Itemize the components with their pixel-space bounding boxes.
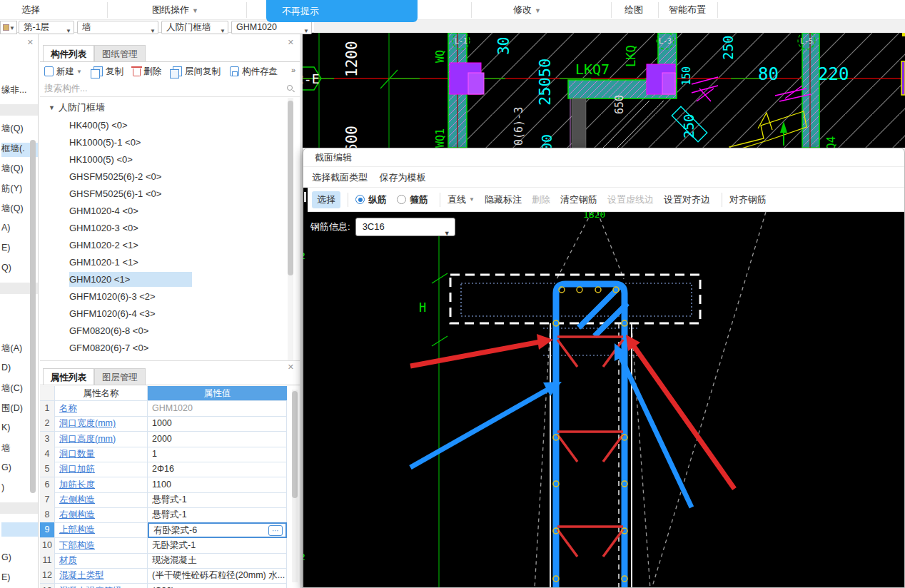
property-row[interactable]: 2洞口宽度(mm)1000 xyxy=(40,416,300,432)
new-button[interactable]: 新建▼ xyxy=(44,66,82,78)
property-value[interactable]: 2000 xyxy=(148,432,287,447)
property-value[interactable]: 有卧梁式-6⋯ xyxy=(148,522,287,538)
component-list-item[interactable]: GHM1020-3 <0> xyxy=(69,220,192,235)
property-scrollbar[interactable] xyxy=(292,390,298,582)
property-row[interactable]: 12混凝土类型(半干硬性砼砾石粒径(20mm) 水... xyxy=(40,568,300,584)
radio-longitudinal-rebar[interactable]: 纵筋 xyxy=(355,193,387,206)
left-nav-item[interactable]: 墙(Q) xyxy=(1,203,24,217)
property-value[interactable]: (半干硬性砼砾石粒径(20mm) 水... xyxy=(148,568,287,584)
menu-save-as-template[interactable]: 保存为模板 xyxy=(379,167,425,188)
property-name[interactable]: 加筋长度 xyxy=(55,477,148,493)
menu-modify[interactable]: 修改▼ xyxy=(513,4,541,16)
property-row[interactable]: 9上部构造有卧梁式-6⋯ xyxy=(40,522,300,538)
property-row[interactable]: 1名称GHM1020 xyxy=(40,401,300,417)
component-list-item[interactable]: GFM0820(6)-8 <0> xyxy=(69,323,192,338)
property-name[interactable]: 左侧构造 xyxy=(55,492,148,508)
ellipsis-edit-button[interactable]: ⋯ xyxy=(268,525,283,536)
tool-set-dashed-edge[interactable]: 设置虚线边 xyxy=(607,193,654,206)
radio-stirrup[interactable]: 箍筋 xyxy=(397,193,428,206)
property-name[interactable]: 洞口加筋 xyxy=(55,462,148,477)
left-nav-item[interactable]: 墙(C) xyxy=(1,382,23,397)
left-nav-item[interactable]: G) xyxy=(1,552,11,567)
property-value[interactable]: GHM1020 xyxy=(148,401,287,417)
left-nav-item[interactable]: 墙(A) xyxy=(1,343,22,357)
rebar-info-dropdown[interactable]: 3C16▼ xyxy=(355,218,455,236)
dialog-title[interactable]: 截面编辑 xyxy=(303,148,904,167)
tab-component-list[interactable]: 构件列表 xyxy=(43,45,94,62)
stirrup-ties[interactable] xyxy=(557,337,623,557)
type-dropdown[interactable]: 人防门框墙▼ xyxy=(161,21,228,34)
property-name[interactable]: 下部构造 xyxy=(55,538,148,554)
component-list-item[interactable]: GHFM1020(6)-4 <3> xyxy=(69,306,192,321)
left-nav-item[interactable]: Q) xyxy=(1,263,11,277)
tool-select[interactable]: 选择 xyxy=(312,191,340,208)
menu-select-section-type[interactable]: 选择截面类型 xyxy=(312,167,368,188)
left-nav-scrollbar[interactable] xyxy=(30,140,36,493)
left-nav-item[interactable]: 墙(Q) xyxy=(1,123,24,137)
property-row[interactable]: 8右侧构造悬臂式-1 xyxy=(40,507,300,523)
property-row[interactable]: 7左侧构造悬臂式-1 xyxy=(40,492,300,508)
property-name[interactable]: 混凝土强度等级 xyxy=(55,584,148,588)
component-list-item[interactable]: GHM1020-4 <0> xyxy=(69,203,192,218)
property-row[interactable]: 6加筋长度1100 xyxy=(40,477,300,493)
property-value[interactable]: (C30) xyxy=(148,584,287,588)
left-nav-item[interactable] xyxy=(1,522,39,537)
left-nav-item[interactable]: 筋(Y) xyxy=(1,183,22,197)
property-value[interactable]: 1100 xyxy=(148,477,287,493)
property-name[interactable]: 洞口数量 xyxy=(55,447,148,462)
left-nav-item[interactable]: A) xyxy=(1,223,11,237)
section-canvas[interactable]: 钢筋信息: 3C16▼ H xyxy=(303,212,905,588)
property-value[interactable]: 2Φ16 xyxy=(148,462,287,477)
wall-l5[interactable] xyxy=(802,33,819,148)
left-nav-item[interactable]: K) xyxy=(1,422,11,437)
component-list-item[interactable]: GHM1020-2 <1> xyxy=(69,238,192,253)
tree-scrollbar[interactable] xyxy=(288,98,293,360)
interlayer-button[interactable]: 层间复制 xyxy=(171,66,221,78)
save-button[interactable]: 构件存盘 xyxy=(230,66,278,78)
component-list-item[interactable]: HK400(5) <0> xyxy=(69,118,192,133)
toolbar-overflow-button[interactable]: » xyxy=(291,66,295,74)
property-row[interactable]: 3洞口高度(mm)2000 xyxy=(40,432,300,447)
property-name[interactable]: 材质 xyxy=(55,553,148,569)
tool-clear-rebar[interactable]: 清空钢筋 xyxy=(560,193,597,206)
left-nav-item[interactable]: G) xyxy=(1,462,11,477)
left-nav-item[interactable]: 墙(Q) xyxy=(1,163,24,177)
component-list-item[interactable]: GHSFM5025(6)-1 <0> xyxy=(69,186,192,201)
tree-group[interactable]: ▼人防门框墙 xyxy=(49,101,105,114)
component-list-item[interactable]: GHFM1020(6)-3 <2> xyxy=(69,289,192,304)
property-value[interactable]: 悬臂式-1 xyxy=(148,507,287,523)
tab-property-list[interactable]: 属性列表 xyxy=(43,368,94,385)
component-list-item[interactable]: HK1000(5) <0> xyxy=(69,152,192,167)
property-row[interactable]: 10下部构造无卧梁式-1 xyxy=(40,538,300,554)
property-name[interactable]: 混凝土类型 xyxy=(55,568,148,584)
tool-delete[interactable]: 删除 xyxy=(532,193,550,206)
left-nav-item[interactable]: E) xyxy=(1,243,11,257)
component-list-item[interactable]: GHM1020-1 <1> xyxy=(69,255,192,270)
property-row[interactable]: 11材质现浇混凝土 xyxy=(40,553,300,569)
left-nav-item[interactable]: ) xyxy=(1,482,4,497)
tool-set-align-edge[interactable]: 设置对齐边 xyxy=(664,193,710,206)
tool-align-rebar[interactable]: 对齐钢筋 xyxy=(729,193,767,206)
menu-draw[interactable]: 绘图 xyxy=(625,4,643,16)
floor-dropdown[interactable]: 第-1层▼ xyxy=(19,21,74,34)
category-dropdown[interactable]: 墙▼ xyxy=(77,21,158,34)
left-nav-item[interactable]: E) xyxy=(1,572,11,587)
left-nav-item[interactable]: D) xyxy=(1,363,11,377)
tool-hide-annotation[interactable]: 隐藏标注 xyxy=(485,193,522,206)
left-nav-item[interactable]: 缘非... xyxy=(1,84,26,98)
dont-prompt-button[interactable]: 不再提示 xyxy=(266,0,418,22)
property-row[interactable]: 13混凝土强度等级(C30) xyxy=(40,584,300,588)
property-value[interactable]: 无卧梁式-1 xyxy=(148,538,287,554)
component-list-item[interactable]: GHSFM5025(6)-2 <0> xyxy=(69,169,192,184)
property-value[interactable]: 悬臂式-1 xyxy=(148,492,287,508)
property-row[interactable]: 5洞口加筋2Φ16 xyxy=(40,462,300,477)
close-icon[interactable]: ✕ xyxy=(288,38,294,47)
property-name[interactable]: 名称 xyxy=(55,401,148,417)
component-list-item[interactable]: HK1000(5)-1 <0> xyxy=(69,135,192,150)
copy-button[interactable]: 复制 xyxy=(91,66,123,78)
property-value[interactable]: 1000 xyxy=(148,416,287,432)
close-icon[interactable]: ✕ xyxy=(288,363,294,372)
tab-layer-management[interactable]: 图层管理 xyxy=(94,368,146,385)
property-value[interactable]: 1 xyxy=(148,447,287,462)
left-nav-item[interactable]: 墙 xyxy=(1,442,11,457)
